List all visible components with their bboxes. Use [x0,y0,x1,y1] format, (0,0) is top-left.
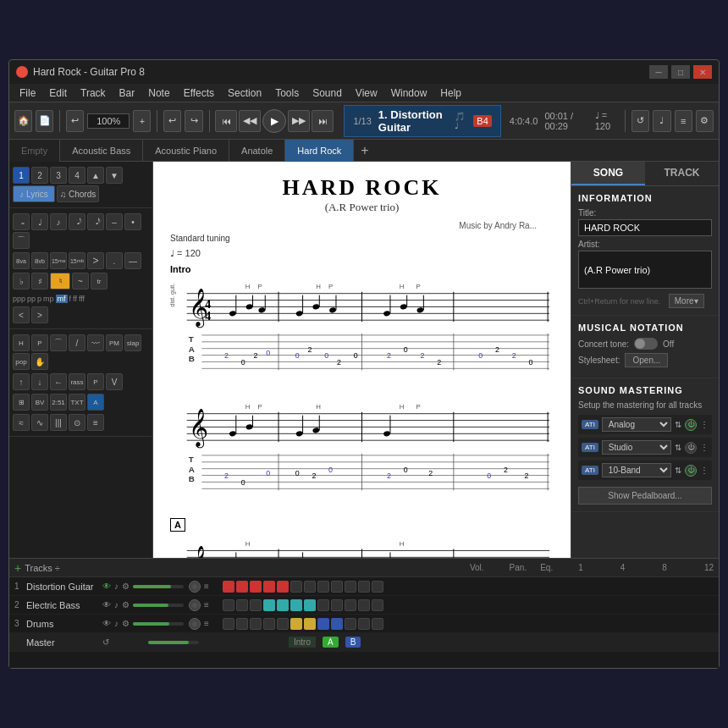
maximize-button[interactable]: □ [671,65,690,79]
flat-btn[interactable]: ♭ [13,273,30,290]
menu-help[interactable]: Help [433,85,468,101]
track-1-gear-icon[interactable]: ⚙ [122,582,130,591]
track-1-volume[interactable] [133,585,184,588]
track-1-visible-icon[interactable]: 👁 [102,582,111,591]
lyrics-btn[interactable]: ♪ Lyrics [13,185,55,202]
seq-block[interactable] [223,618,234,630]
track-down-btn[interactable]: ▼ [106,167,123,184]
seq-block[interactable] [263,599,275,611]
seq-block[interactable] [331,599,343,611]
seq-block[interactable] [290,618,302,630]
seq-block[interactable] [372,581,383,593]
seq-block[interactable] [277,599,289,611]
track-btn-3[interactable]: 3 [50,167,67,184]
251-btn[interactable]: 2:51 [50,394,67,411]
menu-section[interactable]: Section [221,85,268,101]
undo-button[interactable]: ↩ [66,110,84,132]
analog-power-button[interactable]: ⏻ [685,419,697,431]
seq-block[interactable] [250,581,262,593]
rass-btn[interactable]: rass [69,373,85,390]
vibrato-gtr-btn[interactable]: 〰 [87,334,104,351]
seq-block[interactable] [223,599,234,611]
seq-block[interactable] [290,581,302,593]
menu-tools[interactable]: Tools [268,85,306,101]
track-1-eq-icon[interactable]: ≡ [204,582,209,591]
palm-mute-btn[interactable]: PM [106,334,123,351]
natural-btn[interactable]: ♮ [50,273,70,290]
title-input[interactable] [578,219,712,236]
redo-btn[interactable]: ↪ [185,110,202,132]
8va-btn[interactable]: 8va [13,252,30,269]
track-2-mute-icon[interactable]: ♪ [114,600,119,609]
prev-button[interactable]: ◀◀ [239,110,261,132]
pull-off-btn[interactable]: P [31,334,48,351]
stylesheet-open-button[interactable]: Open... [625,353,668,367]
drum-btn[interactable]: ⊙ [69,414,85,431]
txt-btn[interactable]: TXT [69,394,85,411]
seq-block[interactable] [358,599,370,611]
menu-edit[interactable]: Edit [42,85,74,101]
up-arrow-btn[interactable]: ↑ [13,373,30,390]
go-end-button[interactable]: ⏭ [312,110,334,132]
eq-icon-btn[interactable]: ≡ [87,414,104,431]
seq-block[interactable] [290,599,302,611]
v-btn[interactable]: V [106,373,123,390]
close-button[interactable]: ✕ [693,65,712,79]
dot-btn[interactable]: • [124,213,141,230]
accent-btn[interactable]: > [87,252,104,269]
track-1-pan[interactable] [189,581,201,593]
seq-block[interactable] [277,581,289,593]
next-button[interactable]: ▶▶ [288,110,310,132]
seq-block[interactable] [250,618,262,630]
seq-block[interactable] [304,599,316,611]
band-more-icon[interactable]: ⋮ [700,466,709,475]
tenuto-btn[interactable]: — [124,252,141,269]
track-btn-4[interactable]: 4 [69,167,85,184]
studio-select[interactable]: Studio [602,440,671,455]
menu-file[interactable]: File [13,85,42,101]
track-btn-1[interactable]: 1 [13,167,30,184]
wave-btn-1[interactable]: ≈ [13,414,30,431]
15mb-btn[interactable]: 15mb [69,252,85,269]
note-16th[interactable]: 𝅘𝅥𝅯 [87,213,104,230]
menu-effects[interactable]: Effects [177,85,221,101]
master-icon[interactable]: ↺ [102,637,109,647]
track-3-mute-icon[interactable]: ♪ [114,619,119,628]
8vb-btn[interactable]: 8vb [31,252,48,269]
vibrato-btn[interactable]: ~ [72,273,89,290]
seq-block[interactable] [304,618,316,630]
sharp-btn[interactable]: ♯ [31,273,48,290]
track-btn-2[interactable]: 2 [31,167,48,184]
left-arrow-btn[interactable]: ← [50,373,67,390]
slap-btn[interactable]: slap [124,334,141,351]
bv-btn[interactable]: BV [31,394,48,411]
seq-block[interactable] [304,581,316,593]
chords-btn[interactable]: ♫ Chords [57,185,99,202]
staccato-btn[interactable]: . [106,252,123,269]
track-2-volume[interactable] [133,604,184,607]
track-2-gear-icon[interactable]: ⚙ [122,600,130,609]
tap-btn[interactable]: ✋ [31,353,48,370]
track-3-volume[interactable] [133,622,184,626]
seq-block[interactable] [317,581,329,593]
track-3-visible-icon[interactable]: 👁 [102,619,111,628]
track-3-gear-icon[interactable]: ⚙ [122,619,130,628]
track-3-pan[interactable] [189,618,201,630]
right-angle-btn[interactable]: > [31,306,48,323]
seq-block[interactable] [317,599,329,611]
seq-block[interactable] [345,581,356,593]
analog-select[interactable]: Analog [602,417,671,432]
track-2-pan[interactable] [189,599,201,611]
home-button[interactable]: 🏠 [14,110,32,132]
note-quarter[interactable]: ♪ [50,213,67,230]
add-track-button[interactable]: + [14,561,21,575]
bars-btn[interactable]: ||| [50,414,67,431]
play-button[interactable]: ▶ [262,109,286,133]
tab-anatole[interactable]: Anatole [229,140,285,162]
seq-block[interactable] [331,581,343,593]
seq-block[interactable] [345,618,356,630]
track-3-eq-icon[interactable]: ≡ [204,619,209,628]
new-button[interactable]: 📄 [36,110,53,132]
artist-input[interactable] [578,251,712,289]
minimize-button[interactable]: ─ [649,65,668,79]
